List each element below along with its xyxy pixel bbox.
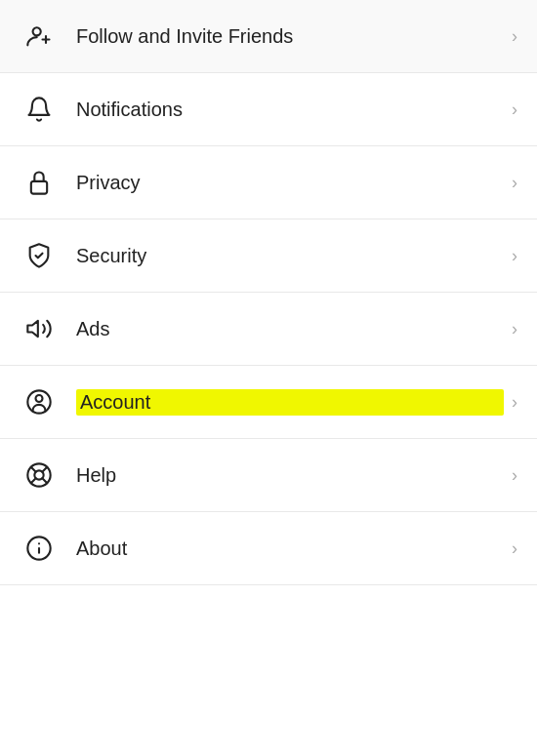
menu-label-help: Help: [76, 464, 504, 487]
svg-line-9: [42, 467, 47, 472]
help-icon: [20, 456, 59, 495]
settings-menu: Follow and Invite Friends › Notification…: [0, 0, 537, 585]
chevron-icon: ›: [512, 465, 517, 486]
chevron-icon: ›: [512, 538, 517, 559]
ads-icon: [20, 309, 59, 348]
menu-label-security: Security: [76, 245, 504, 267]
info-icon: [20, 529, 59, 568]
svg-line-8: [42, 478, 47, 483]
svg-rect-1: [31, 181, 47, 194]
chevron-icon: ›: [512, 173, 517, 193]
chevron-icon: ›: [512, 99, 517, 120]
menu-item-account[interactable]: Account ›: [0, 366, 537, 439]
chevron-icon: ›: [512, 392, 517, 413]
shield-icon: [20, 236, 59, 275]
menu-label-about: About: [76, 537, 504, 560]
svg-marker-2: [27, 321, 37, 337]
chevron-icon: ›: [512, 26, 517, 47]
bell-icon: [20, 90, 59, 129]
menu-item-privacy[interactable]: Privacy ›: [0, 146, 537, 219]
menu-item-notifications[interactable]: Notifications ›: [0, 73, 537, 146]
svg-line-7: [31, 467, 36, 472]
account-icon: [20, 382, 59, 421]
svg-line-10: [31, 478, 36, 483]
svg-point-4: [36, 395, 43, 402]
menu-label-privacy: Privacy: [76, 172, 504, 194]
menu-item-about[interactable]: About ›: [0, 512, 537, 585]
menu-label-account: Account: [76, 389, 504, 416]
chevron-icon: ›: [512, 319, 517, 339]
menu-label-ads: Ads: [76, 318, 504, 340]
follow-icon: [20, 17, 59, 56]
svg-point-0: [33, 27, 41, 35]
menu-item-follow[interactable]: Follow and Invite Friends ›: [0, 0, 537, 73]
menu-label-follow: Follow and Invite Friends: [76, 25, 504, 48]
menu-item-security[interactable]: Security ›: [0, 219, 537, 293]
menu-label-notifications: Notifications: [76, 99, 504, 121]
menu-item-ads[interactable]: Ads ›: [0, 293, 537, 366]
lock-icon: [20, 163, 59, 202]
menu-item-help[interactable]: Help ›: [0, 439, 537, 512]
chevron-icon: ›: [512, 246, 517, 266]
